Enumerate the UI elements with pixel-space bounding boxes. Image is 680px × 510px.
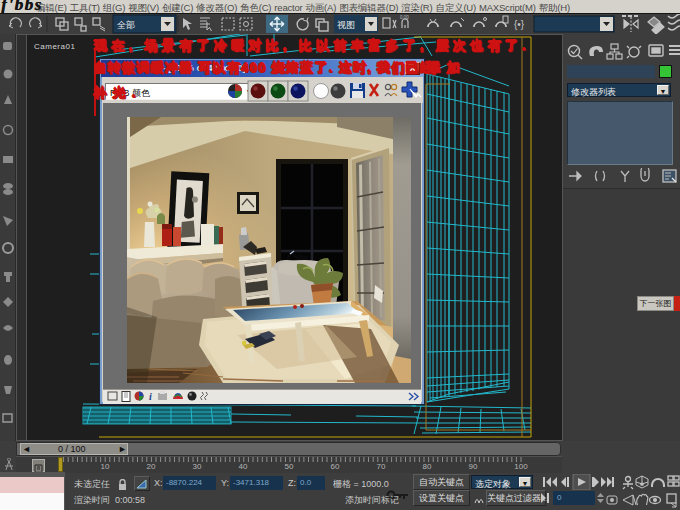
- svg-text:80: 80: [423, 462, 432, 471]
- svg-text:全部: 全部: [117, 20, 135, 30]
- svg-text:100: 100: [514, 462, 528, 471]
- svg-text:视图: 视图: [337, 20, 355, 30]
- svg-text:i: i: [149, 391, 152, 402]
- svg-text:30: 30: [193, 462, 202, 471]
- svg-text:0.00: 0.00: [400, 15, 409, 20]
- svg-text:20: 20: [147, 462, 156, 471]
- svg-text:10: 10: [101, 462, 110, 471]
- svg-text:60: 60: [331, 462, 340, 471]
- svg-text:90: 90: [469, 462, 478, 471]
- svg-text:50: 50: [285, 462, 294, 471]
- svg-text:40: 40: [239, 462, 248, 471]
- svg-text:{•}: {•}: [514, 19, 525, 30]
- svg-text:70: 70: [377, 462, 386, 471]
